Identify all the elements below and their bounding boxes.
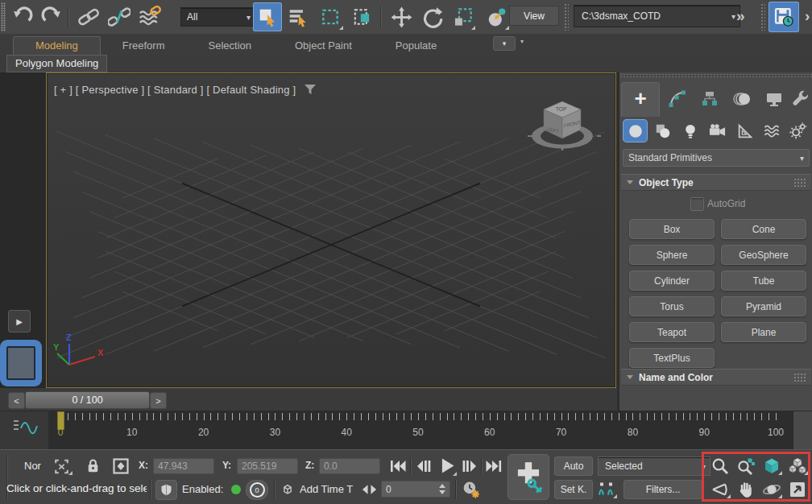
tab-modify[interactable] xyxy=(663,87,692,111)
select-and-manipulate-button[interactable] xyxy=(482,2,511,31)
isolate-selection-button[interactable] xyxy=(52,456,74,477)
viewport-label[interactable]: [ + ] [ Perspective ] [ Standard ] [ Def… xyxy=(54,84,317,96)
unlink-selection-button[interactable] xyxy=(105,2,134,31)
object-type-button-torus[interactable]: Torus xyxy=(629,296,715,316)
category-lights[interactable] xyxy=(677,119,702,143)
select-object-button[interactable] xyxy=(253,2,282,31)
set-keys-button[interactable] xyxy=(508,454,549,500)
tab-display[interactable] xyxy=(760,87,789,111)
autosave-time-button[interactable] xyxy=(768,2,799,32)
absolute-offset-mode-toggle[interactable] xyxy=(111,456,132,477)
project-folder-dropdown[interactable]: C:\3dsmax_COTD ▾ xyxy=(574,5,740,27)
perspective-viewport[interactable]: [ + ] [ Perspective ] [ Standard ] [ Def… xyxy=(46,72,616,388)
toolbar-overflow-right[interactable]: › xyxy=(805,7,810,25)
key-filters-icon-button[interactable] xyxy=(596,479,619,500)
previous-frame-slider-button[interactable]: < xyxy=(8,392,25,409)
object-type-button-cone[interactable]: Cone xyxy=(721,219,806,239)
tab-motion[interactable] xyxy=(727,87,756,111)
object-type-button-tube[interactable]: Tube xyxy=(721,271,806,291)
selection-filter-dropdown[interactable]: All ▾ xyxy=(180,7,255,27)
auto-key-button[interactable]: Auto xyxy=(554,456,593,476)
add-time-tag-label[interactable]: Add Time T xyxy=(300,483,356,495)
pan-view-button[interactable] xyxy=(733,478,758,500)
rollout-name-and-color[interactable]: Name and Color xyxy=(621,369,811,386)
key-filter-set-dropdown[interactable]: Selected ▾ xyxy=(598,456,710,476)
ribbon-subtab-polygon-modeling[interactable]: Polygon Modeling xyxy=(6,55,107,72)
previous-frame-button[interactable] xyxy=(414,456,433,478)
object-type-button-pyramid[interactable]: Pyramid xyxy=(721,296,806,316)
current-frame-field[interactable]: 0 xyxy=(381,481,450,498)
x-coordinate-field[interactable]: 47.943 xyxy=(153,458,214,474)
object-type-button-textplus[interactable]: TextPlus xyxy=(629,348,715,368)
spinner-up-icon[interactable] xyxy=(439,484,445,488)
category-helpers[interactable] xyxy=(732,119,757,143)
viewcube-top-label[interactable]: TOP xyxy=(556,106,566,112)
rectangular-selection-region-button[interactable] xyxy=(316,2,345,31)
select-and-move-button[interactable] xyxy=(387,2,416,31)
selection-lock-toggle[interactable] xyxy=(84,456,103,477)
object-type-button-geosphere[interactable]: GeoSphere xyxy=(721,245,806,265)
ribbon-tab-object-paint[interactable]: Object Paint xyxy=(273,37,374,55)
go-to-end-button[interactable] xyxy=(484,456,503,478)
play-animation-button[interactable] xyxy=(436,455,458,477)
reference-coordinate-system[interactable]: View xyxy=(509,6,559,26)
viewport-label-text[interactable]: [ + ] [ Perspective ] [ Standard ] [ Def… xyxy=(54,84,296,96)
caddy-settings-button[interactable] xyxy=(155,480,177,500)
rollout-grip-icon[interactable] xyxy=(793,178,806,187)
y-coordinate-field[interactable]: 205.519 xyxy=(237,458,298,474)
ribbon-tab-selection[interactable]: Selection xyxy=(187,37,273,55)
object-type-button-teapot[interactable]: Teapot xyxy=(629,322,715,342)
object-type-button-plane[interactable]: Plane xyxy=(721,322,806,342)
category-systems[interactable] xyxy=(785,119,810,143)
time-slider[interactable]: 0 / 100 xyxy=(25,391,150,409)
per-view-filter-icon[interactable] xyxy=(304,85,317,95)
object-type-button-cylinder[interactable]: Cylinder xyxy=(629,271,715,291)
zoom-extents-button[interactable] xyxy=(759,455,784,477)
time-configuration-button[interactable] xyxy=(461,480,481,502)
track-bar-ruler[interactable]: 0102030405060708090100 xyxy=(48,411,793,450)
tab-hierarchy[interactable] xyxy=(695,87,724,111)
orbit-button[interactable] xyxy=(759,478,784,500)
select-and-rotate-button[interactable] xyxy=(417,2,446,31)
frame-spinner[interactable] xyxy=(439,484,445,494)
zoom-button[interactable] xyxy=(707,455,732,477)
zoom-extents-all-button[interactable] xyxy=(785,455,810,477)
object-type-button-sphere[interactable]: Sphere xyxy=(629,245,715,265)
go-to-start-button[interactable] xyxy=(388,456,408,478)
caddy-counter-button[interactable]: 0 xyxy=(246,480,268,500)
select-by-name-button[interactable] xyxy=(284,2,313,31)
viewcube[interactable]: TOP LEFT FRONT xyxy=(524,94,604,162)
object-type-button-box[interactable]: Box xyxy=(629,219,715,239)
category-geometry[interactable] xyxy=(623,119,648,143)
bind-to-space-warp-button[interactable] xyxy=(135,2,164,31)
tab-create[interactable]: + xyxy=(621,82,660,117)
zoom-all-button[interactable] xyxy=(733,455,758,477)
tab-utilities[interactable] xyxy=(789,87,812,111)
maximize-viewport-toggle[interactable] xyxy=(785,478,810,500)
viewport-layout-tab[interactable] xyxy=(0,340,42,386)
field-of-view-button[interactable] xyxy=(707,478,732,500)
next-frame-slider-button[interactable]: > xyxy=(150,392,167,409)
next-frame-button[interactable] xyxy=(460,456,479,478)
filters-button[interactable]: Filters... xyxy=(624,480,702,499)
toolbar-overflow-button[interactable]: » xyxy=(736,7,745,25)
rollout-grip-icon[interactable] xyxy=(793,373,806,382)
key-mode-toggle[interactable] xyxy=(361,483,378,498)
z-coordinate-field[interactable]: 0.0 xyxy=(319,458,380,474)
panel-drag-handle[interactable] xyxy=(619,73,812,78)
window-crossing-toggle-button[interactable] xyxy=(348,2,377,31)
category-shapes[interactable] xyxy=(650,119,675,143)
select-and-link-button[interactable] xyxy=(74,2,103,31)
select-and-scale-button[interactable] xyxy=(448,2,477,31)
toolbar-drag-handle[interactable] xyxy=(1,2,6,31)
primitive-category-dropdown[interactable]: Standard Primitives ▾ xyxy=(623,149,810,167)
ribbon-minimize-caret[interactable]: ▾ xyxy=(520,38,524,45)
category-cameras[interactable] xyxy=(705,119,730,143)
mini-curve-editor-button[interactable] xyxy=(11,417,39,437)
redo-button[interactable] xyxy=(37,2,66,31)
rollout-object-type[interactable]: Object Type xyxy=(621,174,811,191)
set-key-button[interactable]: Set K. xyxy=(554,480,593,499)
ribbon-tab-populate[interactable]: Populate xyxy=(374,37,458,55)
autogrid-checkbox[interactable] xyxy=(690,197,704,211)
ribbon-minimize-button[interactable]: ▾ xyxy=(493,36,516,51)
